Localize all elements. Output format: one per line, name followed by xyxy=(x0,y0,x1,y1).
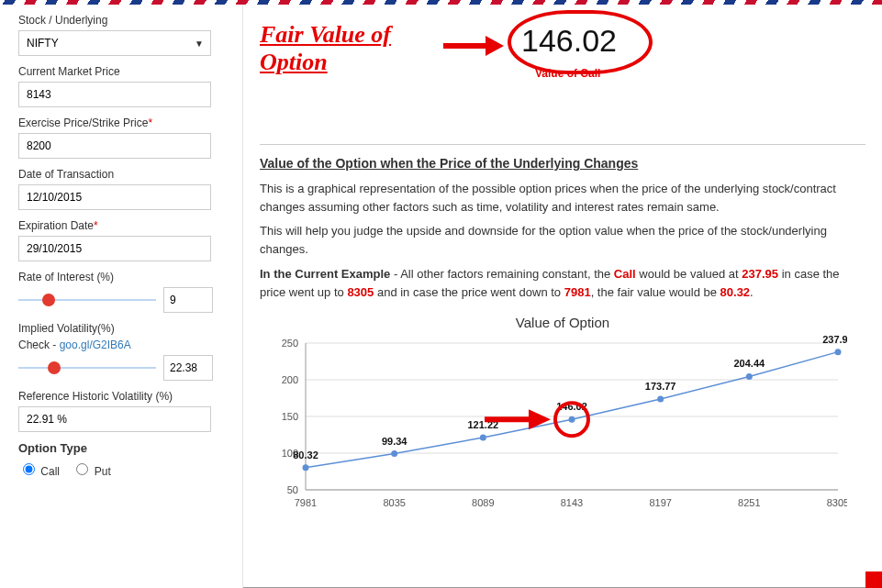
iv-value-input[interactable] xyxy=(163,355,213,381)
svg-text:8197: 8197 xyxy=(649,497,671,508)
paragraph-2: This will help you judge the upside and … xyxy=(260,222,865,259)
svg-text:150: 150 xyxy=(282,411,298,422)
option-type-call-radio[interactable] xyxy=(23,463,35,475)
svg-text:99.34: 99.34 xyxy=(382,435,408,446)
svg-point-29 xyxy=(657,395,664,402)
strike-label-text: Exercise Price/Strike Price xyxy=(18,116,148,129)
rhv-input[interactable] xyxy=(18,406,211,432)
fair-value-caption: Value of Call xyxy=(535,67,600,80)
option-type-header: Option Type xyxy=(18,441,229,455)
svg-point-31 xyxy=(746,373,753,380)
svg-text:50: 50 xyxy=(287,484,298,495)
arrow-right-icon xyxy=(441,32,506,60)
slider-thumb[interactable] xyxy=(48,361,61,374)
slider-track xyxy=(18,367,156,369)
svg-marker-1 xyxy=(486,36,504,56)
transaction-date-input[interactable] xyxy=(18,184,211,210)
paragraph-3: In the Current Example - All other facto… xyxy=(260,265,865,302)
svg-text:237.95: 237.95 xyxy=(822,334,847,345)
t: 237.95 xyxy=(742,267,778,281)
required-asterisk: * xyxy=(148,116,152,129)
t: 8305 xyxy=(347,285,374,299)
svg-point-27 xyxy=(569,416,575,423)
cmp-label: Current Market Price xyxy=(18,65,229,78)
option-type-call-label[interactable]: Call xyxy=(18,465,62,478)
expiration-date-label-text: Expiration Date xyxy=(18,219,94,232)
cmp-input[interactable] xyxy=(18,82,211,107)
iv-label: Implied Volatility(%) xyxy=(18,322,229,335)
t: 7981 xyxy=(564,285,591,299)
option-inputs-sidebar: Stock / Underlying ▼ Current Market Pric… xyxy=(0,5,243,588)
option-type-put-text: Put xyxy=(95,465,111,478)
svg-text:8305: 8305 xyxy=(827,497,847,508)
value-of-option-chart: 5010015020025079818035808981438197825183… xyxy=(260,334,847,517)
fair-value-title-line2: Option xyxy=(260,49,328,75)
paragraph-1: This is a graphical representation of th… xyxy=(260,180,865,216)
option-type-call-text: Call xyxy=(40,465,60,478)
fair-value-title: Fair Value of Option xyxy=(260,21,391,76)
section-title: Value of the Option when the Price of th… xyxy=(260,156,865,171)
fair-value-header: Fair Value of Option 146.02 Value of Cal… xyxy=(260,16,865,107)
expiration-date-label: Expiration Date* xyxy=(18,219,229,232)
stock-label: Stock / Underlying xyxy=(18,14,229,27)
fair-value-title-line1: Fair Value of xyxy=(260,21,391,48)
svg-text:200: 200 xyxy=(282,374,298,385)
t: , the fair value would be xyxy=(591,285,720,299)
t: would be valued at xyxy=(636,267,742,281)
transaction-date-label: Date of Transaction xyxy=(18,168,229,181)
slider-thumb[interactable] xyxy=(42,294,55,306)
svg-point-21 xyxy=(303,464,309,471)
example-lead: In the Current Example xyxy=(260,267,390,281)
t: and in case the price went down to xyxy=(374,285,564,299)
t: . xyxy=(750,285,754,299)
svg-text:8035: 8035 xyxy=(383,497,405,508)
chart-area: Value of Option 501001502002507981803580… xyxy=(260,315,865,517)
fair-value-number: 146.02 xyxy=(521,23,617,59)
svg-text:250: 250 xyxy=(282,338,298,349)
strike-input[interactable] xyxy=(18,133,211,159)
iv-check-prefix: Check - xyxy=(18,338,60,351)
svg-text:204.44: 204.44 xyxy=(734,358,766,369)
rhv-label: Reference Historic Volatility (%) xyxy=(18,390,229,403)
slider-track xyxy=(18,299,156,301)
svg-text:173.77: 173.77 xyxy=(645,381,676,392)
svg-text:8251: 8251 xyxy=(738,497,760,508)
option-type-put-label[interactable]: Put xyxy=(72,465,110,478)
svg-text:80.32: 80.32 xyxy=(293,449,318,460)
option-type-put-radio[interactable] xyxy=(76,463,88,475)
roi-label: Rate of Interest (%) xyxy=(18,271,229,283)
roi-value-input[interactable] xyxy=(163,287,213,313)
chart-title: Value of Option xyxy=(260,315,865,330)
main-content: Fair Value of Option 146.02 Value of Cal… xyxy=(243,5,882,588)
svg-point-23 xyxy=(391,450,397,457)
stock-select[interactable] xyxy=(18,30,211,56)
t: Call xyxy=(614,267,636,281)
svg-text:8143: 8143 xyxy=(561,497,583,508)
svg-point-25 xyxy=(480,434,486,440)
corner-marker xyxy=(865,571,882,588)
iv-check-link[interactable]: goo.gl/G2IB6A xyxy=(60,338,131,351)
expiration-date-input[interactable] xyxy=(18,236,211,261)
iv-slider[interactable] xyxy=(18,359,156,377)
t: 80.32 xyxy=(720,285,751,299)
t: - All other factors remaining constant, … xyxy=(390,267,614,281)
divider xyxy=(260,144,865,145)
svg-point-33 xyxy=(835,349,842,355)
strike-label: Exercise Price/Strike Price* xyxy=(18,116,229,129)
required-asterisk: * xyxy=(94,219,98,232)
svg-text:8089: 8089 xyxy=(472,497,494,508)
roi-slider[interactable] xyxy=(18,291,156,309)
svg-text:7981: 7981 xyxy=(295,497,317,508)
